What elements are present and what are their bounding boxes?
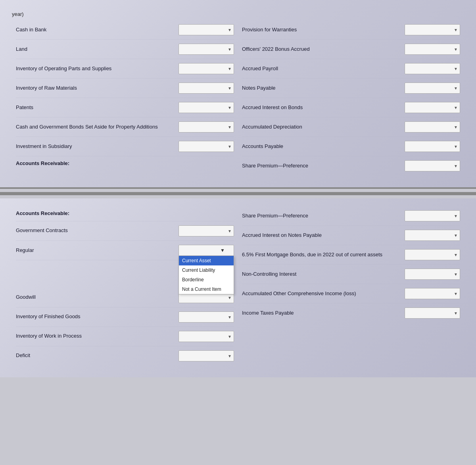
inventory-finished-label: Inventory of Finished Goods (16, 313, 175, 320)
inventory-operating-dropdown[interactable]: Current Asset Current Liability Borderli… (178, 63, 234, 74)
deficit-dropdown[interactable]: Current Asset Current Liability Borderli… (178, 350, 234, 361)
row-non-controlling: Non-Controlling Interest Current Asset C… (242, 265, 460, 284)
section-divider (0, 192, 476, 195)
goodwill-label: Goodwill (16, 294, 175, 301)
row-officers-bonus: Officers' 2022 Bonus Accrued Current Ass… (242, 40, 460, 59)
option-current-asset[interactable]: Current Asset (179, 256, 234, 265)
row-patents: Patents Current Asset Current Liability … (16, 98, 234, 117)
cash-in-bank-label: Cash in Bank (16, 27, 175, 33)
page-wrapper: year) Cash in Bank Current Asset Current… (0, 0, 476, 465)
option-current-liability[interactable]: Current Liability (179, 265, 234, 275)
share-premium-pref-top-dropdown[interactable]: Current Asset Current Liability Borderli… (405, 160, 460, 171)
option-not-current[interactable]: Not a Current Item (179, 284, 234, 294)
cash-govt-bonds-dropdown-wrapper: Current Asset Current Liability Borderli… (178, 121, 234, 133)
cash-in-bank-dropdown[interactable]: Current Asset Current Liability Borderli… (178, 24, 234, 35)
inventory-raw-label: Inventory of Raw Materials (16, 85, 175, 92)
row-cash-govt-bonds: Cash and Government Bonds Set Aside for … (16, 117, 234, 137)
inventory-wip-label: Inventory of Work in Process (16, 333, 175, 340)
deficit-label: Deficit (16, 352, 175, 359)
accumulated-depreciation-label: Accumulated Depreciation (242, 124, 401, 131)
accrued-payroll-dropdown-wrapper: Current Asset Current Liability Borderli… (405, 63, 460, 74)
provision-warranties-dropdown[interactable]: Current Asset Current Liability Borderli… (405, 24, 460, 35)
officers-bonus-label: Officers' 2022 Bonus Accrued (242, 46, 401, 53)
govt-contracts-label: Government Contracts (16, 227, 175, 234)
row-cash-in-bank: Cash in Bank Current Asset Current Liabi… (16, 20, 234, 40)
row-govt-contracts: Government Contracts Current Asset Curre… (16, 221, 234, 241)
provision-warranties-label: Provision for Warranties (242, 27, 401, 33)
row-deficit: Deficit Current Asset Current Liability … (16, 346, 234, 365)
accounts-payable-dropdown[interactable]: Current Asset Current Liability Borderli… (405, 141, 460, 152)
row-inventory-operating: Inventory of Operating Parts and Supplie… (16, 59, 234, 79)
bottom-grid: Accounts Receivable: Government Contract… (12, 206, 464, 365)
top-left-col: Cash in Bank Current Asset Current Liabi… (12, 20, 238, 175)
cash-in-bank-dropdown-wrapper: Current Asset Current Liability Borderli… (178, 24, 234, 35)
accumulated-depreciation-dropdown[interactable]: Current Asset Current Liability Borderli… (405, 121, 460, 133)
option-borderline[interactable]: Borderline (179, 275, 234, 284)
row-inventory-raw: Inventory of Raw Materials Current Asset… (16, 79, 234, 98)
accrued-interest-notes-dropdown-wrapper: Current Asset Current Liability Borderli… (405, 230, 460, 241)
row-share-premium-pref-bottom: Share Premium—Preference Current Asset C… (242, 206, 460, 226)
income-taxes-payable-dropdown-wrapper: Current Asset Current Liability Borderli… (405, 307, 460, 319)
accrued-interest-bonds-label: Accrued Interest on Bonds (242, 104, 401, 111)
income-taxes-payable-label: Income Taxes Payable (242, 310, 401, 317)
investment-subsidiary-dropdown[interactable]: Current Asset Current Liability Borderli… (178, 141, 234, 152)
row-inventory-finished: Inventory of Finished Goods Current Asse… (16, 307, 234, 327)
inventory-raw-dropdown[interactable]: Current Asset Current Liability Borderli… (178, 83, 234, 94)
inventory-operating-label: Inventory of Operating Parts and Supplie… (16, 65, 175, 72)
govt-contracts-dropdown-wrapper: Current Asset Current Liability Borderli… (178, 225, 234, 236)
inventory-finished-dropdown[interactable]: Current Asset Current Liability Borderli… (178, 311, 234, 323)
accrued-interest-notes-dropdown[interactable]: Current Asset Current Liability Borderli… (405, 230, 460, 241)
cash-govt-bonds-dropdown[interactable]: Current Asset Current Liability Borderli… (178, 121, 234, 133)
regular-dropdown-chevron: ▼ (220, 248, 225, 253)
row-investment-subsidiary: Investment in Subsidiary Current Asset C… (16, 137, 234, 156)
patents-dropdown-wrapper: Current Asset Current Liability Borderli… (178, 102, 234, 113)
patents-dropdown[interactable]: Current Asset Current Liability Borderli… (178, 102, 234, 113)
regular-dropdown-list: Current Asset Current Liability Borderli… (178, 256, 234, 294)
row-land: Land Current Asset Current Liability Bor… (16, 40, 234, 59)
top-right-col: Provision for Warranties Current Asset C… (238, 20, 464, 175)
officers-bonus-dropdown[interactable]: Current Asset Current Liability Borderli… (405, 44, 460, 55)
non-controlling-dropdown[interactable]: Current Asset Current Liability Borderli… (405, 269, 460, 280)
regular-dropdown-field[interactable]: ▼ (178, 245, 234, 256)
share-premium-pref-top-label: Share Premium—Preference (242, 163, 401, 169)
land-dropdown[interactable]: Current Asset Current Liability Borderli… (178, 44, 234, 55)
income-taxes-payable-dropdown[interactable]: Current Asset Current Liability Borderli… (405, 307, 460, 319)
inventory-operating-dropdown-wrapper: Current Asset Current Liability Borderli… (178, 63, 234, 74)
officers-bonus-dropdown-wrapper: Current Asset Current Liability Borderli… (405, 44, 460, 55)
notes-payable-dropdown-wrapper: Current Asset Current Liability Borderli… (405, 83, 460, 94)
accrued-interest-bonds-dropdown[interactable]: Current Asset Current Liability Borderli… (405, 102, 460, 113)
row-accrued-interest-notes: Accrued Interest on Notes Payable Curren… (242, 226, 460, 245)
row-accounts-receivable-header2: Accounts Receivable: (16, 206, 234, 221)
share-premium-pref-bottom-dropdown[interactable]: Current Asset Current Liability Borderli… (405, 210, 460, 221)
year-label: year) (12, 8, 464, 20)
row-accumulated-depreciation: Accumulated Depreciation Current Asset C… (242, 117, 460, 137)
land-dropdown-wrapper: Current Asset Current Liability Borderli… (178, 44, 234, 55)
row-provision-warranties: Provision for Warranties Current Asset C… (242, 20, 460, 40)
accrued-interest-notes-label: Accrued Interest on Notes Payable (242, 232, 401, 239)
bottom-right-col: Share Premium—Preference Current Asset C… (238, 206, 464, 365)
first-mortgage-bonds-dropdown[interactable]: Current Asset Current Liability Borderli… (405, 249, 460, 260)
inventory-wip-dropdown-wrapper: Current Asset Current Liability Borderli… (178, 331, 234, 342)
investment-subsidiary-dropdown-wrapper: Current Asset Current Liability Borderli… (178, 141, 234, 152)
notes-payable-label: Notes Payable (242, 85, 401, 92)
accounts-payable-dropdown-wrapper: Current Asset Current Liability Borderli… (405, 141, 460, 152)
accrued-payroll-label: Accrued Payroll (242, 65, 401, 72)
inventory-wip-dropdown[interactable]: Current Asset Current Liability Borderli… (178, 331, 234, 342)
notes-payable-dropdown[interactable]: Current Asset Current Liability Borderli… (405, 83, 460, 94)
accounts-payable-label: Accounts Payable (242, 143, 401, 150)
row-accounts-receivable-header: Accounts Receivable: (16, 156, 234, 171)
share-premium-pref-bottom-label: Share Premium—Preference (242, 213, 401, 219)
govt-contracts-dropdown[interactable]: Current Asset Current Liability Borderli… (178, 225, 234, 236)
share-premium-pref-bottom-dropdown-wrapper: Current Asset Current Liability Borderli… (405, 210, 460, 221)
row-income-taxes-payable: Income Taxes Payable Current Asset Curre… (242, 304, 460, 323)
share-premium-pref-top-dropdown-wrapper: Current Asset Current Liability Borderli… (405, 160, 460, 171)
top-section: year) Cash in Bank Current Asset Current… (0, 0, 476, 189)
bottom-left-col: Accounts Receivable: Government Contract… (12, 206, 238, 365)
accounts-receivable-header-label: Accounts Receivable: (16, 160, 234, 167)
accrued-interest-bonds-dropdown-wrapper: Current Asset Current Liability Borderli… (405, 102, 460, 113)
bottom-section: Accounts Receivable: Government Contract… (0, 198, 476, 377)
accrued-payroll-dropdown[interactable]: Current Asset Current Liability Borderli… (405, 63, 460, 74)
deficit-dropdown-wrapper: Current Asset Current Liability Borderli… (178, 350, 234, 361)
accumulated-oci-dropdown[interactable]: Current Asset Current Liability Borderli… (405, 288, 460, 299)
row-notes-payable: Notes Payable Current Asset Current Liab… (242, 79, 460, 98)
